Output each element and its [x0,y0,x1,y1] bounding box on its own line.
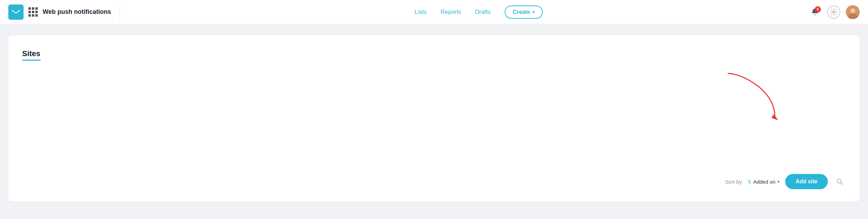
sort-chevron-icon: ▾ [778,179,780,184]
create-button[interactable]: Create ▾ [505,6,543,19]
header-divider [119,5,120,19]
nav-lists[interactable]: Lists [415,9,427,16]
logo-icon[interactable] [8,5,24,20]
main-content: Sites Sort by ⇅ Added on ▾ Add site [0,24,868,213]
bottom-controls: Sort by ⇅ Added on ▾ Add site [725,174,846,189]
sort-by-label: Sort by [725,179,742,185]
user-avatar[interactable] [846,5,860,19]
sort-by-dropdown[interactable]: ⇅ Added on ▾ [747,179,780,185]
svg-point-2 [850,8,855,13]
arrow-annotation [721,70,783,127]
add-site-button[interactable]: Add site [785,174,828,189]
sites-card: Sites Sort by ⇅ Added on ▾ Add site [8,35,860,202]
search-button[interactable] [833,175,846,188]
sites-title: Sites [22,49,41,61]
notification-badge: 6 [815,6,821,12]
sort-by-value-text: Added on [753,179,776,185]
nav-drafts[interactable]: Drafts [475,9,491,16]
main-header: Web push notifications Lists Reports Dra… [0,0,868,24]
header-right: 6 [808,5,860,19]
nav-reports[interactable]: Reports [441,9,461,16]
app-title: Web push notifications [43,8,111,16]
settings-icon[interactable] [827,6,840,19]
create-chevron-icon: ▾ [532,10,534,15]
svg-marker-4 [771,114,778,120]
notification-bell[interactable]: 6 [808,6,822,19]
grid-menu-icon[interactable] [28,7,38,17]
sort-direction-icon: ⇅ [747,179,751,184]
header-left: Web push notifications [8,5,111,20]
nav-links: Lists Reports Drafts Create ▾ [149,6,808,19]
svg-point-0 [833,11,835,13]
